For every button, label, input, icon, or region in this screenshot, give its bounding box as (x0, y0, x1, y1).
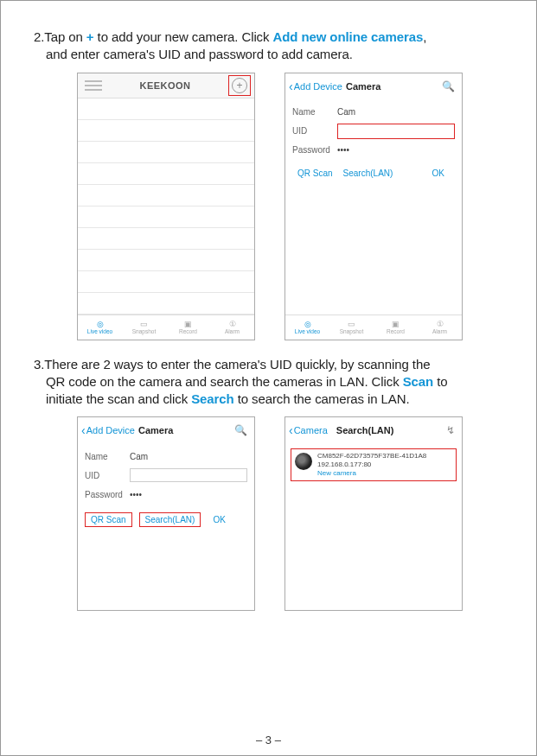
plus-highlight: + (86, 29, 94, 44)
add-device-form: NameCam UID Password•••• QR Scan Search(… (285, 99, 462, 178)
titlebar-add-device: ‹Add Device Camera 🔍 (285, 73, 462, 99)
add-device-form: NameCam UID Password•••• QR Scan Search(… (78, 443, 254, 527)
action-buttons: QR Scan Search(LAN) OK (292, 168, 455, 178)
ok-button[interactable]: OK (213, 515, 225, 524)
screen-title: Search(LAN) (336, 425, 394, 435)
chevron-left-icon: ‹ (81, 423, 86, 437)
step3-text: 3.There are 2 ways to enter the camera's… (34, 356, 503, 409)
screenshot-add-device-buttons: ‹Add Device Camera 🔍 NameCam UID Passwor… (77, 416, 255, 611)
scan-highlight: Scan (403, 374, 433, 389)
found-uid: CM852F-62D73575F37BE-41D1A8 (317, 452, 426, 461)
add-camera-button[interactable]: + (232, 78, 247, 93)
ok-button[interactable]: OK (427, 168, 450, 178)
menu-icon[interactable] (85, 79, 102, 92)
alarm-icon: ① (437, 321, 444, 328)
tab-bar: ◎Live video ▭Snapshot ▣Record ①Alarm (285, 314, 462, 340)
uid-input[interactable] (337, 124, 455, 139)
tab-alarm[interactable]: ①Alarm (418, 315, 462, 340)
uid-row: UID (85, 466, 247, 485)
live-video-icon: ◎ (97, 321, 104, 328)
tab-live-video[interactable]: ◎Live video (78, 315, 122, 339)
document-page: 2.Tap on + to add your new camera. Click… (0, 0, 537, 756)
titlebar-search-lan: ‹Camera Search(LAN) ↯ (285, 417, 462, 443)
screenshot-camera-list: KEEKOON + ◎Live video ▭Snapshot ▣Record … (77, 73, 255, 340)
tab-bar: ◎Live video ▭Snapshot ▣Record ①Alarm (78, 314, 254, 339)
name-input[interactable]: Cam (130, 452, 247, 461)
record-icon: ▣ (184, 321, 192, 328)
new-camera-label: New camera (317, 469, 426, 478)
lan-result-item[interactable]: CM852F-62D73575F37BE-41D1A8 192.168.0.17… (291, 448, 457, 481)
password-input[interactable]: •••• (130, 490, 247, 499)
qr-scan-button[interactable]: QR Scan (292, 168, 338, 178)
password-row: Password•••• (85, 485, 247, 504)
back-button[interactable]: ‹Add Device (289, 79, 342, 93)
back-button[interactable]: ‹Camera (289, 423, 328, 437)
name-row: NameCam (85, 447, 247, 466)
snapshot-icon: ▭ (348, 321, 355, 328)
uid-input[interactable] (130, 468, 247, 482)
search-icon[interactable]: 🔍 (442, 80, 455, 92)
name-row: NameCam (292, 103, 455, 122)
refresh-icon[interactable]: ↯ (446, 424, 455, 436)
password-input[interactable]: •••• (337, 145, 455, 155)
name-input[interactable]: Cam (337, 107, 455, 117)
empty-camera-list (78, 98, 254, 314)
tab-snapshot[interactable]: ▭Snapshot (122, 315, 166, 339)
tab-record[interactable]: ▣Record (166, 315, 210, 339)
step2-text: 2.Tap on + to add your new camera. Click… (34, 29, 503, 64)
screenshot-search-lan: ‹Camera Search(LAN) ↯ CM852F-62D73575F37… (284, 416, 463, 611)
search-lan-button[interactable]: Search(LAN) (338, 168, 399, 178)
chevron-left-icon: ‹ (289, 79, 293, 93)
search-lan-button[interactable]: Search(LAN) (139, 512, 201, 527)
back-button[interactable]: ‹Add Device (81, 423, 135, 437)
page-number: – 3 – (1, 734, 536, 746)
snapshot-icon: ▭ (140, 321, 148, 328)
tab-snapshot[interactable]: ▭Snapshot (329, 315, 374, 340)
step3-screenshots: ‹Add Device Camera 🔍 NameCam UID Passwor… (77, 416, 503, 611)
password-row: Password•••• (292, 141, 455, 160)
screen-title: Camera (346, 81, 380, 92)
step2-screenshots: KEEKOON + ◎Live video ▭Snapshot ▣Record … (77, 73, 503, 340)
add-camera-highlight-box: + (228, 75, 251, 96)
titlebar-add-device: ‹Add Device Camera 🔍 (78, 417, 254, 443)
found-ip: 192.168.0.177:80 (317, 461, 426, 469)
titlebar-list: KEEKOON + (78, 73, 254, 99)
brand-label: KEEKOON (102, 80, 228, 91)
search-icon[interactable]: 🔍 (234, 424, 247, 436)
tab-record[interactable]: ▣Record (374, 315, 418, 340)
action-buttons-highlighted: QR Scan Search(LAN) OK (85, 512, 247, 527)
live-video-icon: ◎ (304, 321, 311, 328)
add-online-cameras-highlight: Add new online cameras (273, 29, 424, 44)
tab-alarm[interactable]: ①Alarm (210, 315, 254, 339)
record-icon: ▣ (392, 321, 400, 328)
qr-scan-button[interactable]: QR Scan (85, 512, 132, 527)
camera-icon (295, 453, 312, 470)
lan-result-text: CM852F-62D73575F37BE-41D1A8 192.168.0.17… (317, 452, 426, 478)
chevron-left-icon: ‹ (289, 423, 293, 437)
uid-row: UID (292, 122, 455, 141)
screenshot-add-device-uid: ‹Add Device Camera 🔍 NameCam UID Passwor… (284, 73, 463, 340)
alarm-icon: ① (229, 321, 236, 328)
tab-live-video[interactable]: ◎Live video (285, 315, 329, 340)
search-highlight: Search (191, 391, 233, 406)
screen-title: Camera (138, 425, 173, 435)
